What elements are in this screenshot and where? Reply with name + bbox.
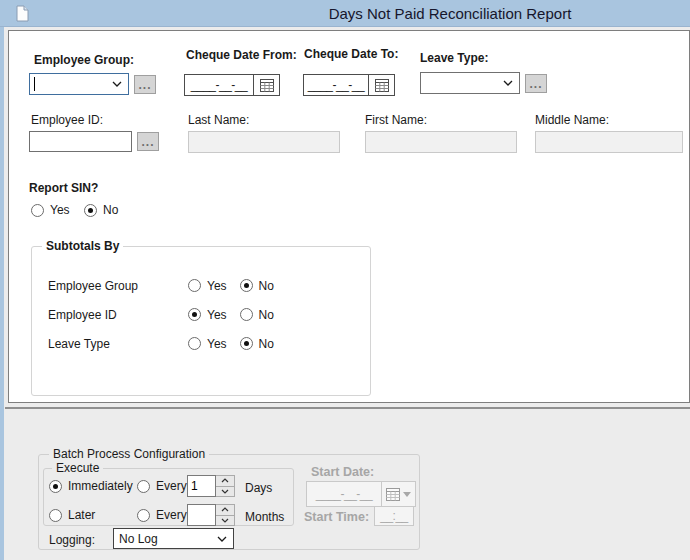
chevron-down-icon — [503, 80, 519, 86]
every-days-spinner — [187, 475, 235, 497]
radio-dot — [31, 204, 44, 217]
spinner-up-icon[interactable] — [216, 505, 234, 516]
radio-dot — [84, 204, 97, 217]
first-name-field — [365, 131, 517, 153]
report-sin-yes-radio[interactable]: Yes — [31, 203, 70, 217]
employee-id-input[interactable] — [29, 131, 132, 152]
last-name-label: Last Name: — [188, 113, 249, 127]
start-time-field: __:__ — [374, 506, 414, 526]
every-days-input[interactable] — [187, 475, 216, 497]
months-label: Months — [245, 510, 284, 524]
subtotal-row-label: Employee Group — [48, 279, 188, 293]
radio-dot — [49, 480, 62, 493]
cheque-date-from-field[interactable]: ____-__-__ — [184, 74, 280, 96]
cheque-date-to-field[interactable]: ____-__-__ — [303, 74, 395, 96]
radio-dot — [240, 337, 253, 350]
chevron-down-icon — [112, 81, 128, 87]
spinner-down-icon[interactable] — [216, 516, 234, 526]
report-parameters-panel: Employee Group: Cheque Date From: Cheque… — [8, 30, 690, 403]
subtotal-row-leave-type: Leave Type Yes No — [48, 336, 274, 351]
cheque-date-from-label: Cheque Date From: — [186, 48, 297, 62]
radio-dot — [188, 279, 201, 292]
execute-every-days-radio[interactable]: Every — [137, 479, 187, 493]
report-sin-no-radio[interactable]: No — [84, 203, 118, 217]
leave-type-browse-button[interactable]: ... — [525, 74, 547, 93]
document-icon — [16, 5, 29, 25]
every-months-input[interactable] — [187, 504, 216, 526]
spinner-buttons[interactable] — [216, 475, 235, 497]
radio-dot — [240, 279, 253, 292]
time-mask: __:__ — [380, 509, 408, 523]
radio-dot — [49, 509, 62, 522]
subtotal-row-employee-group: Employee Group Yes No — [48, 278, 274, 293]
radio-dot — [188, 337, 201, 350]
subtotal-row-label: Employee ID — [48, 308, 188, 322]
subtotal-row-label: Leave Type — [48, 337, 188, 351]
calendar-icon[interactable] — [253, 75, 279, 95]
calendar-icon[interactable] — [368, 75, 394, 95]
batch-panel: Batch Process Configuration Execute Imme… — [5, 407, 690, 560]
logging-combobox[interactable]: No Log — [113, 528, 234, 549]
logging-value: No Log — [114, 532, 217, 546]
radio-dot — [188, 308, 201, 321]
subtotal-row-employee-id: Employee ID Yes No — [48, 307, 274, 322]
spinner-buttons[interactable] — [216, 504, 235, 526]
days-label: Days — [245, 481, 272, 495]
employee-id-browse-button[interactable]: ... — [137, 132, 159, 151]
radio-dot — [240, 308, 253, 321]
leave-type-combobox[interactable] — [420, 72, 520, 94]
calendar-icon — [381, 482, 415, 506]
report-sin-label: Report SIN? — [29, 181, 98, 195]
execute-immediately-radio[interactable]: Immediately — [49, 479, 133, 493]
employee-group-combobox[interactable] — [29, 73, 129, 95]
radio-dot — [137, 509, 150, 522]
execute-later-radio[interactable]: Later — [49, 508, 95, 522]
middle-name-field — [535, 131, 683, 153]
subtotal-employee-id-yes-radio[interactable]: Yes — [188, 308, 227, 322]
execute-every-months-radio[interactable]: Every — [137, 508, 187, 522]
cheque-date-to-label: Cheque Date To: — [304, 47, 398, 61]
leave-type-label: Leave Type: — [420, 51, 488, 65]
window-title: Days Not Paid Reconciliation Report — [329, 5, 572, 22]
batch-process-legend: Batch Process Configuration — [49, 447, 209, 461]
spinner-up-icon[interactable] — [216, 476, 234, 487]
execute-legend: Execute — [52, 461, 103, 475]
radio-dot — [137, 480, 150, 493]
window-frame — [0, 27, 4, 560]
employee-group-label: Employee Group: — [34, 53, 134, 67]
subtotal-leave-type-yes-radio[interactable]: Yes — [188, 337, 227, 351]
date-mask: ____-__-__ — [185, 75, 253, 95]
employee-id-label: Employee ID: — [31, 113, 103, 127]
subtotals-groupbox: Subtotals By Employee Group Yes No Emplo… — [31, 246, 371, 396]
execute-groupbox: Execute Immediately Every — [43, 468, 294, 526]
batch-process-groupbox: Batch Process Configuration Execute Imme… — [38, 454, 420, 550]
employee-group-browse-button[interactable]: ... — [134, 75, 156, 94]
subtotal-employee-id-no-radio[interactable]: No — [240, 308, 274, 322]
subtotal-leave-type-no-radio[interactable]: No — [240, 337, 274, 351]
chevron-down-icon — [403, 492, 411, 497]
first-name-label: First Name: — [365, 113, 427, 127]
chevron-down-icon — [217, 536, 233, 542]
middle-name-label: Middle Name: — [535, 113, 609, 127]
every-months-spinner — [187, 504, 235, 526]
start-date-label: Start Date: — [311, 465, 374, 479]
subtotals-legend: Subtotals By — [42, 239, 123, 253]
text-cursor — [34, 77, 35, 91]
last-name-field — [188, 131, 340, 153]
report-window: Days Not Paid Reconciliation Report Empl… — [0, 0, 690, 560]
subtotal-employee-group-yes-radio[interactable]: Yes — [188, 279, 227, 293]
spinner-down-icon[interactable] — [216, 487, 234, 497]
date-mask: ____-__-__ — [304, 75, 368, 95]
titlebar: Days Not Paid Reconciliation Report — [0, 0, 690, 27]
logging-label: Logging: — [49, 533, 95, 547]
start-date-field: ____-__-__ — [306, 481, 416, 507]
start-time-label: Start Time: — [304, 510, 369, 524]
date-mask: ____-__-__ — [307, 482, 381, 506]
subtotal-employee-group-no-radio[interactable]: No — [240, 279, 274, 293]
